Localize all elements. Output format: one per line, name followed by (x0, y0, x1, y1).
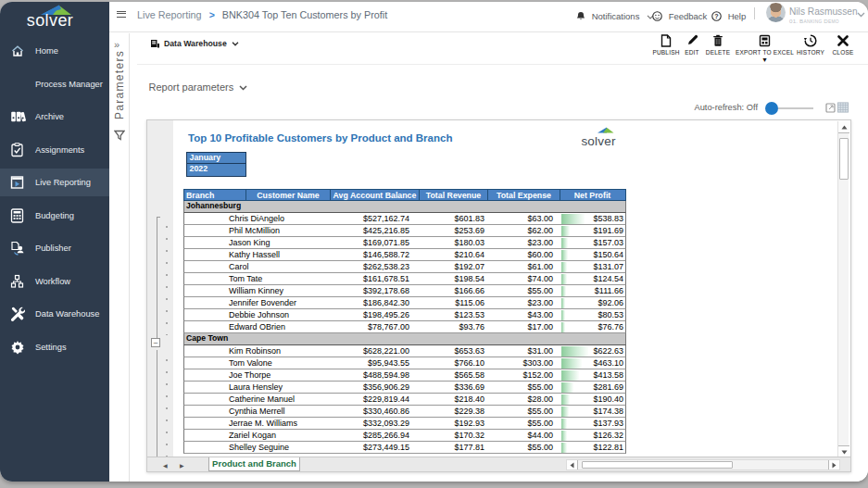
svg-text:?: ? (714, 12, 718, 20)
